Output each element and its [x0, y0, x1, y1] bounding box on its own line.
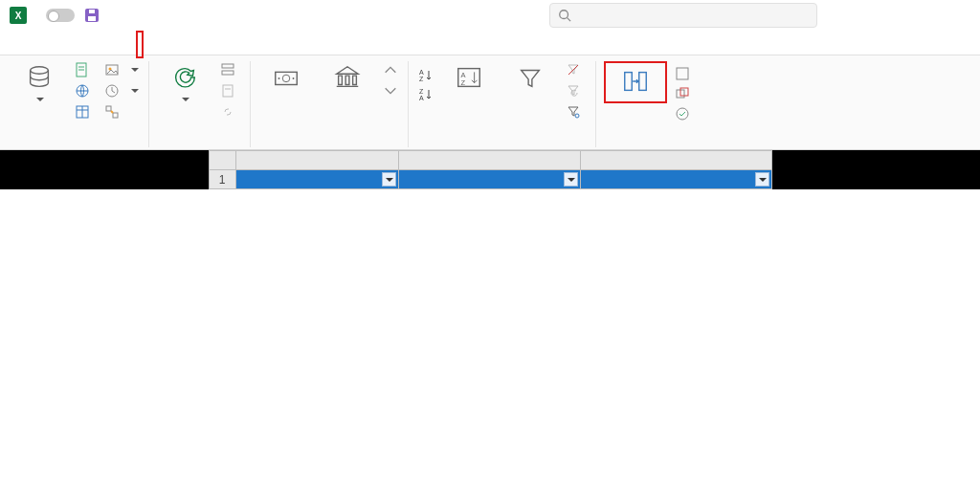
filter-button-a[interactable]	[382, 172, 396, 187]
classificar-button[interactable]: AZ	[441, 61, 497, 96]
currency-icon	[271, 63, 301, 92]
da-web-button[interactable]	[73, 82, 97, 99]
tab-dados[interactable]	[136, 31, 144, 58]
properties-icon	[220, 83, 235, 99]
connections-icon	[104, 104, 120, 120]
svg-point-41	[677, 108, 688, 120]
de-tabela-button[interactable]	[73, 103, 97, 121]
queries-icon	[220, 62, 235, 77]
consultas-conexoes-button[interactable]	[218, 61, 242, 78]
tab-exibir[interactable]	[182, 39, 186, 49]
svg-rect-38	[677, 68, 688, 79]
svg-rect-36	[625, 73, 633, 91]
tab-pagina-inicial[interactable]	[31, 39, 34, 49]
text-to-columns-icon	[620, 67, 651, 96]
advanced-icon	[566, 104, 581, 120]
row-header-1[interactable]: 1	[209, 170, 235, 189]
tab-formulas[interactable]	[115, 39, 119, 49]
col-header-c[interactable]	[580, 151, 771, 170]
svg-line-4	[568, 18, 571, 22]
remove-dup-icon	[675, 86, 690, 101]
chevron-up-icon	[383, 62, 398, 77]
clear-icon	[566, 62, 581, 77]
tab-ajuda[interactable]	[224, 39, 228, 49]
moedas-button[interactable]	[258, 61, 314, 96]
sort-asc-icon: AZ	[418, 68, 434, 83]
ribbon: AZ ZA AZ	[0, 55, 980, 150]
tab-arquivo[interactable]	[10, 39, 13, 49]
svg-rect-19	[222, 64, 234, 68]
tab-desenhar[interactable]	[73, 39, 77, 49]
texto-para-colunas-button[interactable]	[608, 65, 663, 99]
group-consultas	[153, 61, 251, 147]
svg-point-5	[31, 67, 49, 75]
select-all-corner[interactable]	[209, 151, 235, 170]
search-icon	[558, 9, 571, 22]
save-icon[interactable]	[84, 8, 100, 23]
tool-extra-3[interactable]	[673, 105, 692, 122]
recent-icon	[104, 83, 120, 99]
propriedades-button[interactable]	[218, 82, 242, 99]
svg-rect-20	[222, 71, 234, 75]
tool-extra-1[interactable]	[673, 65, 692, 82]
editar-links-button[interactable]	[218, 103, 242, 121]
refresh-icon	[169, 63, 200, 92]
de-text-csv-button[interactable]	[73, 61, 97, 78]
tab-revisao[interactable]	[161, 39, 165, 49]
database-icon	[24, 63, 55, 92]
svg-line-18	[111, 111, 113, 113]
svg-rect-16	[106, 106, 111, 111]
autosave-toggle[interactable]	[46, 9, 75, 22]
sort-desc-button[interactable]: ZA	[416, 86, 435, 103]
worksheet[interactable]: 1	[209, 150, 772, 189]
reaplicar-button[interactable]	[564, 82, 588, 99]
table-header-nome[interactable]	[398, 170, 580, 189]
svg-text:Z: Z	[419, 88, 424, 95]
svg-rect-21	[223, 85, 233, 97]
acoes-button[interactable]	[320, 61, 375, 96]
filtro-button[interactable]	[502, 61, 558, 96]
search-input[interactable]	[549, 3, 817, 28]
sheet-area: 1	[0, 150, 980, 189]
excel-logo-icon: X	[10, 7, 27, 24]
atualizar-tudo-label	[180, 94, 189, 105]
chevron-down-icon	[383, 83, 398, 99]
sort-dialog-icon: AZ	[454, 63, 484, 92]
col-header-b[interactable]	[398, 151, 580, 170]
limpar-button[interactable]	[564, 61, 588, 78]
tipos-scroll-down[interactable]	[381, 82, 400, 99]
filter-icon	[515, 63, 546, 92]
svg-point-24	[282, 75, 290, 82]
da-imagem-button[interactable]	[102, 61, 141, 78]
tab-layout[interactable]	[94, 39, 98, 49]
tipos-scroll-up[interactable]	[381, 61, 400, 78]
tab-desenvolvedor[interactable]	[203, 39, 207, 49]
grid-table: 1	[209, 150, 772, 189]
filter-button-c[interactable]	[755, 172, 769, 187]
atualizar-tudo-button[interactable]	[157, 61, 212, 107]
svg-text:Z: Z	[419, 76, 424, 82]
table-header-sobrenome[interactable]	[580, 170, 771, 189]
tool-extra-2[interactable]	[673, 85, 692, 102]
svg-point-3	[560, 11, 568, 19]
table-header-funcionario[interactable]	[235, 170, 398, 189]
conexoes-existentes-button[interactable]	[102, 103, 141, 121]
filter-button-b[interactable]	[564, 172, 578, 187]
sort-asc-button[interactable]: AZ	[416, 67, 435, 84]
globe-icon	[75, 83, 90, 99]
sort-desc-icon: ZA	[418, 87, 434, 102]
col-header-a[interactable]	[235, 151, 398, 170]
ribbon-tabs	[0, 31, 980, 55]
bank-icon	[332, 63, 363, 92]
avancado-button[interactable]	[564, 103, 588, 121]
tab-inserir[interactable]	[52, 39, 56, 49]
text-file-icon	[75, 62, 90, 77]
fontes-recentes-button[interactable]	[102, 82, 141, 99]
svg-point-26	[293, 77, 295, 79]
data-val-icon	[675, 106, 690, 121]
reapply-icon	[566, 83, 581, 99]
group-ferramentas	[600, 61, 700, 147]
svg-text:A: A	[419, 95, 424, 101]
obter-dados-button[interactable]	[11, 61, 67, 107]
svg-rect-1	[88, 16, 96, 21]
